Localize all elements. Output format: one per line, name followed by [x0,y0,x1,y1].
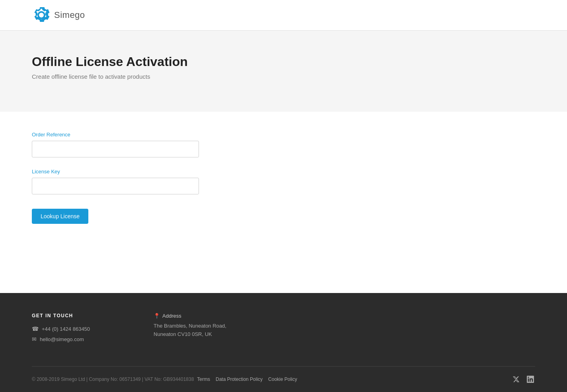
data-protection-link[interactable]: Data Protection Policy [216,376,263,382]
footer-get-in-touch-heading: GET IN TOUCH [32,313,90,318]
footer-bottom-left: © 2008-2019 Simego Ltd | Company No: 065… [32,376,297,382]
simego-logo-icon [32,6,51,25]
page-title: Offline License Activation [32,54,535,69]
main-content: Order Reference License Key Lookup Licen… [0,112,567,293]
page-subtitle: Create offline license file to activate … [32,73,535,80]
footer-email: hello@simego.com [40,336,84,342]
order-reference-label: Order Reference [32,132,535,138]
footer-email-item: ✉ hello@simego.com [32,336,90,342]
footer-bottom: © 2008-2019 Simego Ltd | Company No: 065… [32,366,535,392]
footer-top: GET IN TOUCH ☎ +44 (0) 1424 863450 ✉ hel… [32,313,535,366]
address-label-text: Address [162,313,181,319]
logo[interactable]: Simego [32,6,85,25]
email-icon: ✉ [32,336,37,342]
page-header: Simego [0,0,567,31]
footer-address-section: 📍 Address The Brambles, Nuneaton Road, N… [154,313,226,346]
footer-copyright: © 2008-2019 Simego Ltd | Company No: 065… [32,376,194,382]
terms-link[interactable]: Terms [197,376,210,382]
footer-address-line2: Nuneaton CV10 0SR, UK [154,331,212,337]
footer-address-label: 📍 Address [154,313,226,319]
license-key-label: License Key [32,169,535,175]
map-pin-icon: 📍 [154,313,160,319]
linkedin-icon[interactable] [526,375,535,384]
footer-links: Terms Data Protection Policy Cookie Poli… [197,376,297,382]
footer-phone: +44 (0) 1424 863450 [42,326,90,332]
hero-section: Offline License Activation Create offlin… [0,31,567,112]
order-reference-input[interactable] [32,141,199,157]
cookie-policy-link[interactable]: Cookie Policy [268,376,297,382]
license-key-group: License Key [32,169,535,194]
lookup-license-button[interactable]: Lookup License [32,209,88,224]
twitter-icon[interactable] [511,375,521,384]
footer-phone-item: ☎ +44 (0) 1424 863450 [32,326,90,332]
page-footer: GET IN TOUCH ☎ +44 (0) 1424 863450 ✉ hel… [0,293,567,392]
logo-text: Simego [54,10,85,20]
footer-address-line1: The Brambles, Nuneaton Road, [154,323,226,329]
footer-contact-section: GET IN TOUCH ☎ +44 (0) 1424 863450 ✉ hel… [32,313,90,346]
order-reference-group: Order Reference [32,132,535,157]
license-key-input[interactable] [32,178,199,194]
footer-social [511,375,535,384]
phone-icon: ☎ [32,326,39,332]
footer-address-text: The Brambles, Nuneaton Road, Nuneaton CV… [154,322,226,339]
